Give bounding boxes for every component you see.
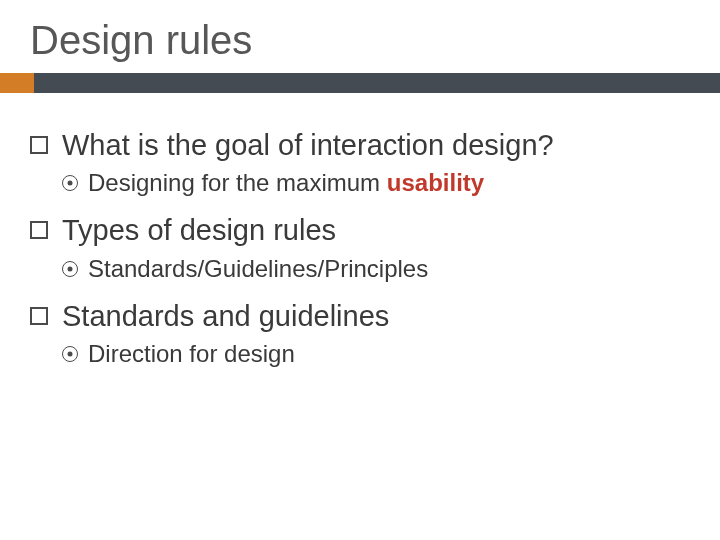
list-item: What is the goal of interaction design? (30, 127, 690, 163)
sub-text-highlight: usability (387, 169, 484, 196)
target-bullet-icon (62, 175, 78, 191)
sub-list-item: Standards/Guidelines/Principles (62, 253, 690, 284)
sub-text-pre: Standards/Guidelines/Principles (88, 255, 428, 282)
target-bullet-icon (62, 261, 78, 277)
list-item-text: Standards and guidelines (62, 298, 389, 334)
sub-text-pre: Direction for design (88, 340, 295, 367)
sub-list-item-text: Direction for design (88, 338, 295, 369)
sub-list-item-text: Designing for the maximum usability (88, 167, 484, 198)
square-bullet-icon (30, 307, 48, 325)
slide: Design rules What is the goal of interac… (0, 0, 720, 540)
list-item: Standards and guidelines (30, 298, 690, 334)
divider-main (34, 73, 720, 93)
sub-list-item: Designing for the maximum usability (62, 167, 690, 198)
square-bullet-icon (30, 221, 48, 239)
list-item: Types of design rules (30, 212, 690, 248)
sub-list-item: Direction for design (62, 338, 690, 369)
slide-title: Design rules (0, 0, 720, 63)
divider-accent (0, 73, 34, 93)
list-item-text: What is the goal of interaction design? (62, 127, 554, 163)
list-item-text: Types of design rules (62, 212, 336, 248)
target-bullet-icon (62, 346, 78, 362)
content-area: What is the goal of interaction design? … (0, 93, 720, 369)
sub-list-item-text: Standards/Guidelines/Principles (88, 253, 428, 284)
sub-text-pre: Designing for the maximum (88, 169, 387, 196)
square-bullet-icon (30, 136, 48, 154)
divider-bar (0, 73, 720, 93)
